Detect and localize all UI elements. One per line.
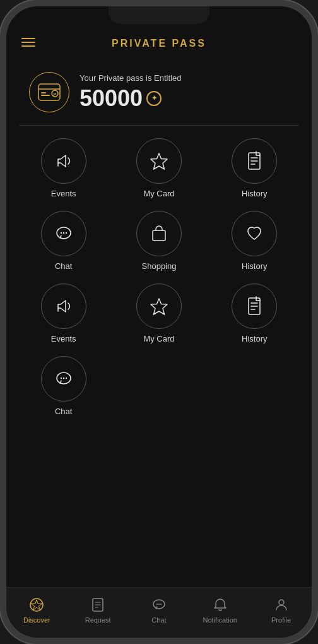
svg-marker-7	[151, 153, 167, 169]
svg-point-37	[279, 600, 284, 605]
nav-label-request: Request	[85, 616, 111, 624]
main-content: P Your Private pass is Entitled 50000 ✦	[6, 59, 312, 587]
grid-label-history-3: History	[242, 334, 267, 343]
megaphone-icon-2	[41, 283, 86, 329]
svg-point-24	[60, 378, 61, 379]
svg-point-13	[60, 232, 61, 234]
pass-info: Your Private pass is Entitled 50000 ✦	[80, 73, 181, 112]
request-icon	[89, 596, 107, 614]
nav-notification[interactable]: Notification	[201, 596, 239, 624]
grid-label-shopping: Shopping	[142, 261, 177, 271]
grid-label-history-1: History	[242, 189, 267, 198]
svg-text:P: P	[54, 92, 57, 97]
pass-amount-value: 50000	[80, 85, 143, 112]
pass-subtitle: Your Private pass is Entitled	[80, 73, 181, 83]
pass-amount: 50000 ✦	[80, 85, 181, 112]
nav-request[interactable]: Request	[79, 596, 117, 624]
discover-icon	[28, 596, 45, 614]
app-title: PRIVATE PASS	[112, 38, 206, 49]
heart-icon	[232, 211, 277, 256]
grid-item-events-2[interactable]: Events	[19, 283, 108, 343]
nav-label-profile: Profile	[271, 616, 291, 624]
nav-chat[interactable]: Chat	[140, 596, 178, 624]
svg-point-35	[158, 604, 160, 605]
star-icon-2	[136, 283, 182, 329]
nav-label-notification: Notification	[203, 616, 237, 624]
grid-item-chat-1[interactable]: Chat	[19, 211, 108, 271]
document-icon-1	[232, 138, 277, 184]
grid-label-chat-1: Chat	[55, 261, 72, 271]
grid-label-mycard-1: My Card	[143, 189, 174, 198]
chat-icon-1	[41, 211, 86, 256]
phone-shell: PRIVATE PASS P Your Private pass	[0, 0, 318, 644]
menu-line-3	[21, 45, 35, 47]
bell-icon	[211, 596, 229, 614]
chat-icon-2	[41, 356, 86, 402]
grid-item-history-3[interactable]: History	[210, 283, 299, 343]
coin-icon: ✦	[146, 91, 162, 106]
nav-label-chat: Chat	[151, 616, 166, 624]
grid-label-events-1: Events	[51, 189, 76, 198]
svg-point-34	[156, 604, 158, 605]
menu-line-1	[21, 38, 35, 39]
megaphone-icon	[41, 138, 86, 184]
nav-profile[interactable]: Profile	[262, 596, 300, 624]
star-icon	[136, 138, 182, 184]
pass-card-icon: P	[29, 72, 69, 112]
svg-point-15	[65, 232, 66, 234]
menu-line-2	[21, 42, 35, 43]
grid-item-chat-2[interactable]: Chat	[19, 356, 108, 416]
chat-nav-icon	[150, 596, 168, 614]
svg-marker-18	[151, 299, 167, 314]
svg-point-25	[62, 378, 64, 379]
svg-point-14	[62, 232, 64, 234]
document-icon-2	[232, 283, 277, 329]
bottom-nav: Discover Request	[6, 587, 312, 638]
svg-rect-16	[153, 230, 165, 241]
grid-label-events-2: Events	[51, 334, 76, 343]
grid-label-mycard-2: My Card	[143, 334, 174, 343]
grid-item-history-2[interactable]: History	[210, 211, 299, 271]
grid-item-mycard-1[interactable]: My Card	[114, 138, 203, 198]
menu-button[interactable]	[21, 38, 35, 47]
svg-rect-3	[41, 95, 50, 96]
grid-item-mycard-2[interactable]: My Card	[114, 283, 203, 343]
shopping-icon	[136, 211, 182, 256]
grid-item-events-1[interactable]: Events	[19, 138, 108, 198]
svg-point-36	[160, 604, 162, 605]
grid-row-1: Events My Card	[19, 138, 299, 422]
screen: PRIVATE PASS P Your Private pass	[6, 6, 312, 638]
nav-discover[interactable]: Discover	[18, 596, 56, 624]
svg-marker-28	[31, 600, 42, 610]
grid-label-history-2: History	[242, 261, 267, 271]
grid-item-shopping[interactable]: Shopping	[114, 211, 203, 271]
phone-notch	[109, 6, 209, 24]
pass-card: P Your Private pass is Entitled 50000 ✦	[19, 59, 299, 126]
svg-point-26	[65, 378, 66, 379]
profile-icon	[273, 596, 290, 614]
nav-label-discover: Discover	[23, 616, 50, 624]
grid-item-history-1[interactable]: History	[210, 138, 299, 198]
grid-label-chat-2: Chat	[55, 407, 72, 416]
svg-rect-2	[41, 92, 46, 93]
